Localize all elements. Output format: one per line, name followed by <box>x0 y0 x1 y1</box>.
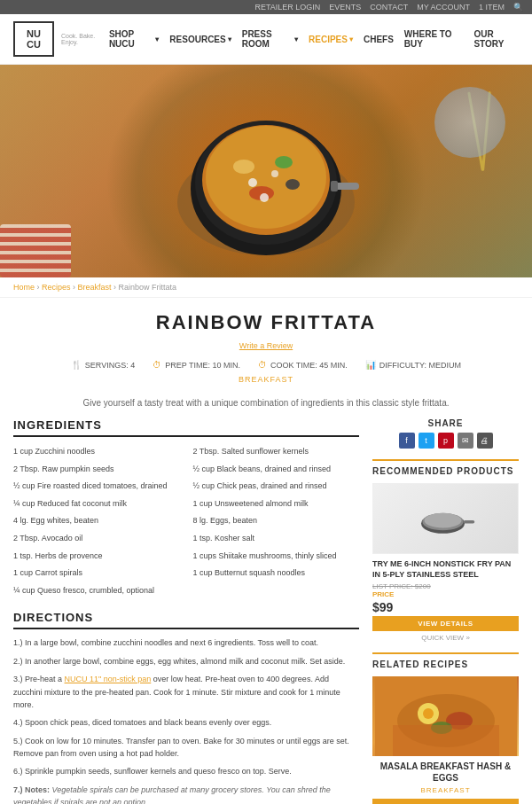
chevron-down-icon: ▾ <box>228 35 231 43</box>
recommended-title: RECOMMENDED PRODUCTS <box>372 459 519 476</box>
quick-view-link[interactable]: QUICK VIEW » <box>372 634 519 642</box>
svg-point-6 <box>275 156 293 168</box>
cook-time-meta: ⏱ COOK TIME: 45 MIN. <box>258 360 348 370</box>
svg-point-5 <box>233 160 254 174</box>
search-icon[interactable]: 🔍 <box>513 3 523 12</box>
chevron-down-icon: ▾ <box>155 35 159 43</box>
pan-link[interactable]: NUCU 11" non-stick pan <box>65 675 152 683</box>
product-price-label: PRICE <box>372 590 519 598</box>
svg-point-11 <box>260 193 269 202</box>
logo[interactable]: NUCU <box>13 21 54 57</box>
list-item: 4 lg. Egg whites, beaten <box>13 513 180 528</box>
list-item: 1 cup Zucchini noodles <box>13 444 180 459</box>
list-item: ½ cup Chick peas, drained and rinsed <box>193 479 360 494</box>
list-item: 5.) Cook on low for 10 minutes. Transfer… <box>13 735 359 761</box>
events-link[interactable]: EVENTS <box>329 3 361 12</box>
list-item: 1 cup Unsweetened almond milk <box>193 496 360 511</box>
list-item: 3.) Pre-heat a NUCU 11" non-stick pan ov… <box>13 673 359 711</box>
svg-rect-26 <box>393 725 499 756</box>
svg-point-18 <box>424 513 461 528</box>
related-recipe-title: MASALA BREAKFAST HASH & EGGS <box>372 761 519 784</box>
nav-where-to-buy[interactable]: WHERE TO BUY <box>404 29 464 49</box>
related-recipe-image <box>372 676 519 756</box>
recipe-header: RAINBOW FRITTATA Write a Review 🍴 SERVIN… <box>0 298 532 391</box>
share-box: SHARE f t p ✉ 🖨 <box>372 418 519 449</box>
main-content: INGREDIENTS 1 cup Zucchini noodles 2 Tbs… <box>0 418 532 804</box>
cart-link[interactable]: 1 ITEM <box>479 3 505 12</box>
product-name: TRY ME 6-INCH NONSTICK FRY PAN IN 5-PLY … <box>372 559 519 580</box>
list-item: 4.) Spoon chick peas, diced tomatoes and… <box>13 716 359 729</box>
list-item: 1 cups Shiitake mushrooms, thinly sliced <box>193 549 360 564</box>
related-recipes-title: RELATED RECIPES <box>372 652 519 669</box>
svg-point-8 <box>286 179 300 190</box>
svg-point-10 <box>271 170 278 177</box>
product-old-price: LIST PRICE: $200 <box>372 582 519 590</box>
related-recipes: RELATED RECIPES MASALA BREAKFAST HASH & … <box>372 652 519 804</box>
prep-icon: ⏱ <box>153 360 161 370</box>
list-item: 1 tsp. Herbs de provence <box>13 549 180 564</box>
svg-point-9 <box>248 178 257 187</box>
recipe-description: Give yourself a tasty treat with a uniqu… <box>0 391 532 418</box>
view-details-button[interactable]: VIEW DETAILS <box>372 616 519 631</box>
nav-shop[interactable]: SHOP NUCU▾ <box>109 29 159 49</box>
twitter-share-icon[interactable]: t <box>419 433 434 449</box>
servings-icon: 🍴 <box>71 360 82 370</box>
prep-time-meta: ⏱ PREP TIME: 10 MIN. <box>153 360 240 370</box>
contact-link[interactable]: CONTACT <box>370 3 408 12</box>
breadcrumb-breakfast[interactable]: Breakfast <box>78 283 112 292</box>
email-share-icon[interactable]: ✉ <box>458 433 473 449</box>
svg-point-4 <box>206 126 326 229</box>
product-image <box>372 483 519 554</box>
share-title: SHARE <box>372 418 519 428</box>
list-item: 2 Tbsp. Salted sunflower kernels <box>193 444 360 459</box>
list-item: 8 lg. Eggs, beaten <box>193 513 360 528</box>
nav-our-story[interactable]: OUR STORY <box>473 29 519 49</box>
facebook-share-icon[interactable]: f <box>399 433 415 449</box>
svg-rect-19 <box>463 520 474 524</box>
list-item: 7.) Notes: Vegetable spirals can be purc… <box>13 784 359 804</box>
header: NUCU Cook. Bake. Enjoy. SHOP NUCU▾ RESOU… <box>0 14 532 65</box>
recommended-products: RECOMMENDED PRODUCTS TRY ME 6-INCH NONST… <box>372 459 519 642</box>
pinterest-share-icon[interactable]: p <box>438 433 454 449</box>
hero-food-svg <box>168 78 364 264</box>
servings-meta: 🍴 SERVINGS: 4 <box>71 360 135 370</box>
nav-chefs[interactable]: CHEFS <box>364 35 394 44</box>
list-item: 6.) Sprinkle pumpkin seeds, sunflower ke… <box>13 765 359 777</box>
list-item: 2 Tbsp. Avocado oil <box>13 531 180 546</box>
list-item: ½ cup Black beans, drained and rinsed <box>193 462 360 477</box>
difficulty-icon: 📊 <box>365 360 376 370</box>
account-link[interactable]: MY ACCOUNT <box>417 3 470 12</box>
directions-section: DIRECTIONS 1.) In a large bowl, combine … <box>13 611 359 804</box>
list-item: ¼ cup Queso fresco, crumbled, optional <box>13 583 180 598</box>
related-recipe-tag: BREAKFAST <box>372 786 519 794</box>
top-bar: RETAILER LOGIN EVENTS CONTACT MY ACCOUNT… <box>0 0 532 14</box>
list-item: 2.) In another large bowl, combine eggs,… <box>13 655 359 667</box>
directions-list: 1.) In a large bowl, combine zucchini no… <box>13 636 359 804</box>
product-price: $99 <box>372 600 519 614</box>
chevron-down-icon: ▾ <box>294 35 298 43</box>
recipe-title: RAINBOW FRITTATA <box>18 311 514 334</box>
left-column: INGREDIENTS 1 cup Zucchini noodles 2 Tbs… <box>13 418 359 804</box>
retailer-login-link[interactable]: RETAILER LOGIN <box>254 3 320 12</box>
breadcrumb-home[interactable]: Home <box>13 283 35 292</box>
recipe-tag: BREAKFAST <box>18 375 514 384</box>
related-image-svg <box>375 676 517 756</box>
write-review-link[interactable]: Write a Review <box>239 341 293 350</box>
difficulty-meta: 📊 DIFFICULTY: MEDIUM <box>365 360 461 370</box>
print-share-icon[interactable]: 🖨 <box>477 433 493 449</box>
svg-rect-13 <box>331 181 338 191</box>
hero-image <box>0 65 532 277</box>
right-column: SHARE f t p ✉ 🖨 RECOMMENDED PRODUCTS TRY <box>372 418 519 804</box>
svg-point-23 <box>423 708 434 719</box>
list-item: 1 tsp. Kosher salt <box>193 531 360 546</box>
cook-icon: ⏱ <box>258 360 267 370</box>
view-recipe-button[interactable]: VIEW RECIPE <box>372 799 519 804</box>
nav-press[interactable]: PRESS ROOM▾ <box>242 29 298 49</box>
breadcrumb: Home › Recipes › Breakfast › Rainbow Fri… <box>0 277 532 298</box>
nav-resources[interactable]: RESOURCES▾ <box>169 35 231 44</box>
list-item: 1.) In a large bowl, combine zucchini no… <box>13 636 359 649</box>
ingredients-title: INGREDIENTS <box>13 418 359 437</box>
nav-recipes[interactable]: RECIPES▾ <box>309 35 353 44</box>
breadcrumb-recipes[interactable]: Recipes <box>42 283 71 292</box>
list-item: ½ cup Fire roasted diced tomatoes, drain… <box>13 479 180 494</box>
